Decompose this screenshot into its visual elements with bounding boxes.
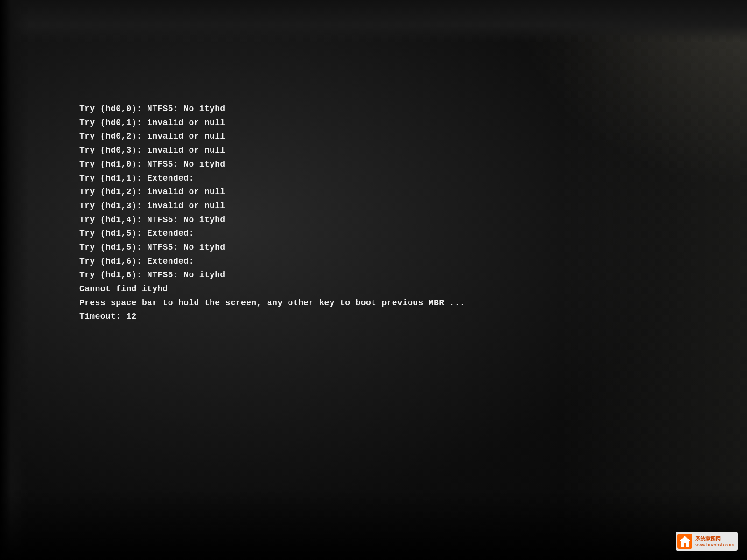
terminal-line-1: Try (hd0,1): invalid or null: [79, 116, 465, 130]
terminal-line-5: Try (hd1,1): Extended:: [79, 172, 465, 186]
watermark-icon: [677, 534, 692, 549]
watermark-text-block: 系统家园网 www.hnxxhsb.com: [695, 535, 734, 547]
left-bezel: [0, 0, 28, 560]
terminal-line-8: Try (hd1,4): NTFS5: No ityhd: [79, 213, 465, 227]
terminal-line-7: Try (hd1,3): invalid or null: [79, 199, 465, 213]
watermark-url: www.hnxxhsb.com: [695, 542, 734, 547]
terminal-line-14: Press space bar to hold the screen, any …: [79, 296, 465, 310]
watermark-site-name: 系统家园网: [695, 535, 734, 542]
terminal-line-15: Timeout: 12: [79, 310, 465, 324]
terminal-line-9: Try (hd1,5): Extended:: [79, 227, 465, 241]
terminal-line-10: Try (hd1,5): NTFS5: No ityhd: [79, 241, 465, 255]
photo-frame: Try (hd0,0): NTFS5: No ityhdTry (hd0,1):…: [0, 0, 747, 560]
terminal-line-12: Try (hd1,6): NTFS5: No ityhd: [79, 268, 465, 282]
terminal-line-13: Cannot find ityhd: [79, 282, 465, 296]
terminal-line-2: Try (hd0,2): invalid or null: [79, 130, 465, 144]
terminal-line-0: Try (hd0,0): NTFS5: No ityhd: [79, 102, 465, 116]
terminal-output: Try (hd0,0): NTFS5: No ityhdTry (hd0,1):…: [28, 42, 479, 338]
watermark: 系统家园网 www.hnxxhsb.com: [676, 532, 738, 551]
terminal-line-3: Try (hd0,3): invalid or null: [79, 144, 465, 158]
screen: Try (hd0,0): NTFS5: No ityhdTry (hd0,1):…: [28, 42, 747, 490]
terminal-line-6: Try (hd1,2): invalid or null: [79, 185, 465, 199]
top-bezel: [0, 0, 747, 42]
terminal-line-4: Try (hd1,0): NTFS5: No ityhd: [79, 158, 465, 172]
bottom-shadow: [0, 490, 747, 560]
terminal-line-11: Try (hd1,6): Extended:: [79, 255, 465, 269]
